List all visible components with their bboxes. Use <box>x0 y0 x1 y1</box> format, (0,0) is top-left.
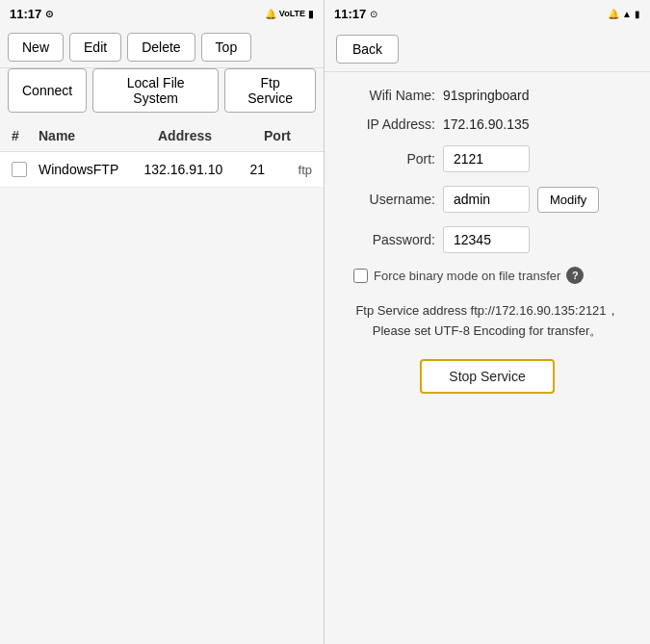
wifi-name-row: Wifi Name: 91springboard <box>344 88 631 103</box>
left-status-icons: 🔔 VoLTE ▮ <box>265 9 314 19</box>
new-button[interactable]: New <box>8 33 64 62</box>
local-file-button[interactable]: Local File System <box>92 68 219 113</box>
force-binary-label: Force binary mode on file transfer <box>374 269 560 283</box>
port-input[interactable] <box>443 145 530 172</box>
right-wifi-icon: ▲ <box>622 9 632 19</box>
right-status-icon: ⊙ <box>370 9 377 19</box>
wifi-name-value: 91springboard <box>443 88 530 103</box>
connect-button[interactable]: Connect <box>8 68 87 113</box>
ftp-service-button[interactable]: Ftp Service <box>224 68 316 113</box>
port-label: Port: <box>344 151 435 167</box>
left-panel: 11:17 ⊙ 🔔 VoLTE ▮ New Edit Delete Top Co… <box>0 0 325 644</box>
row-name: WindowsFTP <box>39 162 144 177</box>
left-time: 11:17 <box>10 7 41 21</box>
right-signal-icon: 🔔 <box>608 9 619 19</box>
port-row: Port: <box>344 145 631 172</box>
username-label: Username: <box>344 192 435 207</box>
modify-button[interactable]: Modify <box>537 187 599 213</box>
toolbar-row1: New Edit Delete Top <box>0 27 324 68</box>
right-status-icons: 🔔 ▲ ▮ <box>608 9 640 19</box>
force-binary-row: Force binary mode on file transfer ? <box>353 267 631 284</box>
network-icon: VoLTE <box>279 9 305 18</box>
ip-address-label: IP Address: <box>344 116 435 132</box>
col-port-header: Port <box>264 128 312 143</box>
force-binary-checkbox[interactable] <box>353 269 368 283</box>
username-input-row: Modify <box>443 186 599 213</box>
toolbar-row2: Connect Local File System Ftp Service <box>0 68 324 120</box>
battery-icon: ▮ <box>308 9 314 19</box>
ftp-info-text: Ftp Service address ftp://172.16.90.135:… <box>344 301 631 342</box>
left-status-icon: ⊙ <box>45 9 53 19</box>
password-input[interactable] <box>443 226 530 253</box>
delete-button[interactable]: Delete <box>127 33 195 62</box>
right-battery-icon: ▮ <box>635 9 640 19</box>
col-hash-header: # <box>12 128 39 143</box>
top-button[interactable]: Top <box>201 33 252 62</box>
row-port: 21 <box>250 162 299 177</box>
back-btn-row: Back <box>325 27 650 72</box>
col-address-header: Address <box>158 128 264 143</box>
username-input[interactable] <box>443 186 530 213</box>
back-button[interactable]: Back <box>336 35 399 64</box>
left-status-bar: 11:17 ⊙ 🔔 VoLTE ▮ <box>0 0 324 27</box>
stop-service-button[interactable]: Stop Service <box>420 359 554 394</box>
col-name-header: Name <box>39 128 158 143</box>
right-time: 11:17 <box>334 7 366 21</box>
username-row: Username: Modify <box>344 186 631 213</box>
row-checkbox-cell[interactable] <box>12 162 39 177</box>
table-row[interactable]: WindowsFTP 132.16.91.10 21 ftp <box>0 152 324 188</box>
password-label: Password: <box>344 232 435 247</box>
right-status-bar: 11:17 ⊙ 🔔 ▲ ▮ <box>325 0 650 27</box>
row-type: ftp <box>299 163 312 177</box>
content-area: Wifi Name: 91springboard IP Address: 172… <box>325 72 650 644</box>
table-header: # Name Address Port <box>0 120 324 152</box>
ip-address-value: 172.16.90.135 <box>443 116 530 132</box>
signal-icon: 🔔 <box>265 9 276 19</box>
password-row: Password: <box>344 226 631 253</box>
ip-address-row: IP Address: 172.16.90.135 <box>344 116 631 132</box>
help-icon[interactable]: ? <box>566 267 584 284</box>
row-address: 132.16.91.10 <box>144 162 250 177</box>
right-panel: 11:17 ⊙ 🔔 ▲ ▮ Back Wifi Name: 91springbo… <box>325 0 650 644</box>
row-checkbox[interactable] <box>12 162 27 177</box>
edit-button[interactable]: Edit <box>69 33 121 62</box>
wifi-name-label: Wifi Name: <box>344 88 435 103</box>
